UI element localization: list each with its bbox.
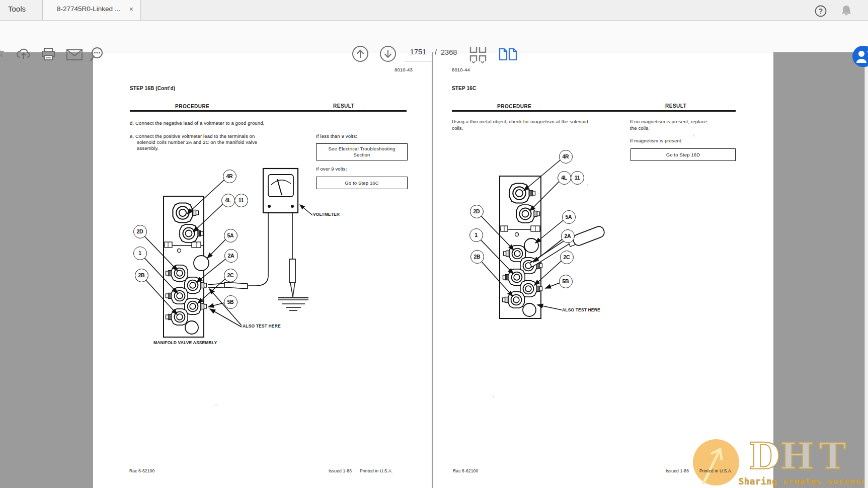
callout-2b: 2B [470,250,484,264]
sign-in-button[interactable] [852,46,868,67]
page-number-right: 8010-44 [452,67,470,72]
result-box-step16c: Go to Step 16C [316,177,408,189]
footer-issued-left: Issued 1-86 [329,468,352,473]
callout-2d: 2D [470,205,484,218]
callout-1: 1 [469,228,483,242]
result-box-troubleshooting: See Electrical Troubleshooting Section [316,143,408,160]
footer-printed-right: Printed in U.S.A. [699,468,732,473]
callout-4l: 4L [221,194,235,207]
callout-5b: 5B [559,275,573,288]
previous-page-icon[interactable] [352,45,369,62]
callout-4l: 4L [558,171,571,185]
notification-bell-icon[interactable] [839,4,853,18]
scan-speck [493,396,494,397]
callout-5b: 5B [224,295,238,309]
watermark-brand-ht: HT [780,435,851,477]
header-rule-left [130,110,407,112]
item-d: d. Connect the negative lead of a voltme… [130,120,264,126]
result-if-magnetism: If magnetism is present: [630,138,682,143]
col-procedure-right: PROCEDURE [497,104,531,109]
scan-speck [693,134,694,137]
tab-tools-label: Tools [8,5,26,13]
manifold-caption: MANIFOLD VALVE ASSEMBLY [153,340,217,345]
result-box-step16d: Go to Step 16D [630,148,736,161]
result-box-line2: Section [354,152,370,157]
vertical-scrollbar[interactable] [864,52,868,488]
two-page-view-icon[interactable] [498,46,518,63]
page-number-underline [405,61,432,61]
procedure-line2: coils. [452,125,463,131]
callout-4r: 4R [559,150,573,164]
result-box-step16c-label: Go to Step 16C [345,180,379,186]
header-rule-right [452,110,736,112]
tab-close-icon[interactable]: × [129,5,133,13]
callout-4r: 4R [223,170,236,183]
next-page-icon[interactable] [379,45,397,62]
also-test-here-right: ALSO TEST HERE [562,307,600,312]
tab-document-label: 8-27745R0-Linked ... [57,5,120,13]
diagram-manifold-voltmeter [126,166,317,350]
diagram-manifold-screwdriver [463,146,616,324]
callout-1: 1 [133,247,147,260]
callout-2d: 2D [133,225,147,238]
page-number-left: 8010-43 [394,67,413,72]
footer-issued-right: Issued 1-86 [666,468,689,473]
footer-rac-right: Rac 8-62100 [453,468,478,473]
callout-2c: 2C [224,269,238,282]
item-e-line3: assembly. [137,145,159,151]
callout-5a: 5A [224,229,238,242]
dht-watermark: D HT Sharing creates success [682,432,868,488]
print-icon[interactable] [40,47,56,62]
page-count-total: 2368 [441,48,457,56]
save-cloud-icon[interactable] [16,47,32,62]
voltmeter-label: VOLTMETER [313,212,340,217]
step-title-right: STEP 16C [452,86,476,91]
tab-bar: Tools 8-27745R0-Linked ... × ? [0,0,868,21]
page-scrolling-view-icon[interactable] [469,46,488,64]
also-test-here-left: ALSO TEST HERE [243,323,281,329]
person-icon [852,46,868,67]
col-result-right: RESULT [665,103,686,109]
help-icon[interactable]: ? [814,5,827,18]
page-number-input[interactable]: 1751 [406,48,431,56]
callout-2c: 2C [560,251,574,264]
item-e-line2: solenoid coils number 2A and 2C on the m… [137,139,257,145]
callout-2b: 2B [135,269,148,282]
tab-tools[interactable]: Tools [0,0,42,20]
result-if-less: If less than 9 volts: [316,133,357,139]
callout-2a: 2A [561,229,575,243]
result-if-over: If over 9 volts: [316,166,347,172]
watermark-circle [693,439,739,485]
callout-2a: 2A [224,249,238,263]
item-e-line1: e. Connect the positive voltmeter lead t… [130,133,255,139]
toolbar: ☆ 1751 / 2368 [0,21,868,52]
procedure-line1: Using a thin metal object, check for mag… [452,119,588,124]
zoom-tool-icon[interactable] [90,47,107,63]
tab-document[interactable]: 8-27745R0-Linked ... × [42,0,141,20]
callout-5a: 5A [562,210,576,224]
scan-speck [215,404,217,405]
watermark-slogan: Sharing creates success [739,476,866,486]
result-line2: the coils. [630,125,650,131]
acrobat-window: { "chrome": { "tools_tab": "Tools", "doc… [0,0,868,488]
result-box-step16d-label: Go to Step 16D [666,152,700,158]
result-box-line1: See Electrical Troubleshooting [329,146,396,151]
callout-11: 11 [234,194,248,207]
svg-text:?: ? [819,7,823,15]
col-result-left: RESULT [333,103,354,109]
step-title-left: STEP 16B (Cont'd) [130,86,175,91]
callout-11: 11 [571,171,584,185]
result-line1: If no magnetism is present, replace [630,119,707,124]
col-procedure-left: PROCEDURE [175,104,209,109]
page-count-separator: / [435,48,437,56]
bookmark-star-icon[interactable]: ☆ [0,46,5,60]
footer-rac-left: Rac 8-62100 [129,468,154,473]
footer-printed-left: Printed in U.S.A. [360,468,392,473]
email-icon[interactable] [65,47,84,62]
